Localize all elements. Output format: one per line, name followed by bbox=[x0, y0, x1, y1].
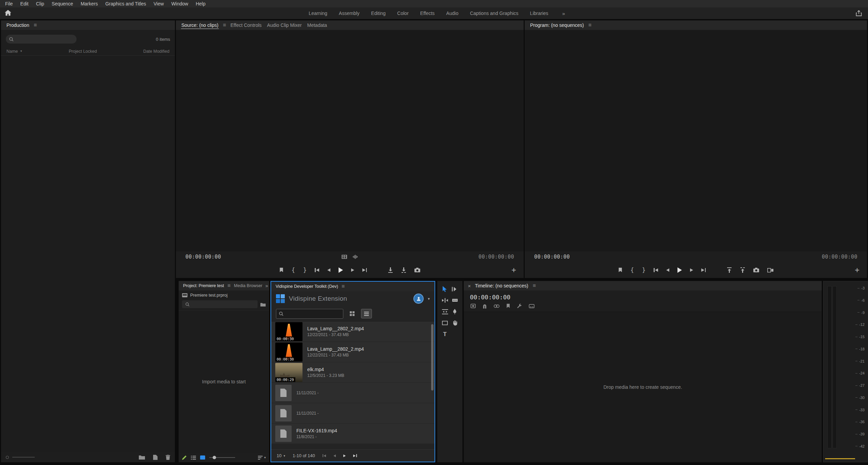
export-frame-icon[interactable] bbox=[753, 268, 759, 272]
sort-icons-icon[interactable]: ▾ bbox=[258, 456, 266, 460]
media-list-item[interactable]: 00:00:30 Lava_Lamp__2802_2.mp4 12/22/202… bbox=[271, 321, 435, 342]
extension-search[interactable] bbox=[276, 309, 343, 319]
panel-menu-icon[interactable]: ≡ bbox=[32, 22, 38, 28]
column-project-locked[interactable]: Project Locked bbox=[69, 49, 143, 54]
comparison-view-icon[interactable] bbox=[767, 268, 773, 272]
workspace-tab[interactable]: Captions and Graphics bbox=[464, 11, 524, 16]
button-editor-plus-icon[interactable]: + bbox=[855, 266, 859, 274]
media-list-item[interactable]: 00:00:29 elk.mp4 12/5/2021 - 3.23 MB bbox=[271, 362, 435, 383]
extension-search-input[interactable] bbox=[286, 311, 340, 317]
menu-item[interactable]: Graphics and Titles bbox=[101, 0, 150, 7]
prev-page-icon[interactable] bbox=[333, 454, 336, 457]
workspace-tab[interactable]: Effects bbox=[414, 11, 441, 16]
workspace-tab[interactable]: Editing bbox=[365, 11, 392, 16]
rectangle-tool-icon[interactable] bbox=[441, 319, 449, 327]
tab-source[interactable]: Source: (no clips) bbox=[179, 20, 221, 30]
play-icon[interactable] bbox=[339, 267, 343, 273]
export-frame-icon[interactable] bbox=[414, 268, 420, 272]
timeline-settings-wrench-icon[interactable] bbox=[517, 303, 522, 309]
mark-in-icon[interactable]: { bbox=[292, 267, 295, 273]
workspace-tab[interactable]: Assembly bbox=[333, 11, 365, 16]
production-search-input[interactable] bbox=[16, 36, 73, 42]
nest-sequence-icon[interactable] bbox=[471, 304, 476, 308]
menu-item[interactable]: Help bbox=[192, 0, 209, 7]
pen-tool-icon[interactable] bbox=[451, 308, 459, 316]
panel-overflow-chevron-icon[interactable]: » bbox=[264, 283, 269, 288]
tab-media-browser[interactable]: Media Browser bbox=[232, 281, 264, 290]
project-search[interactable] bbox=[182, 300, 258, 308]
razor-tool-icon[interactable] bbox=[451, 296, 459, 304]
menu-item[interactable]: Markers bbox=[77, 0, 102, 7]
play-icon[interactable] bbox=[677, 267, 682, 273]
menu-item[interactable]: Clip bbox=[32, 0, 48, 7]
zoom-out-icon[interactable] bbox=[6, 456, 9, 459]
step-back-icon[interactable] bbox=[666, 268, 669, 272]
workspace-tab[interactable]: Color bbox=[391, 11, 414, 16]
tab-program[interactable]: Program: (no sequences) bbox=[527, 20, 587, 30]
search-bin-icon[interactable] bbox=[260, 302, 266, 306]
step-forward-icon[interactable] bbox=[351, 268, 354, 272]
panel-menu-icon[interactable]: ≡ bbox=[340, 283, 346, 289]
icon-view-icon[interactable] bbox=[200, 455, 205, 460]
step-forward-icon[interactable] bbox=[690, 268, 693, 272]
monitor-tab[interactable]: Metadata bbox=[305, 20, 330, 30]
list-view-icon[interactable] bbox=[361, 309, 372, 318]
mark-out-icon[interactable]: } bbox=[642, 267, 645, 273]
production-search[interactable] bbox=[6, 35, 77, 44]
avatar-menu-caret-icon[interactable]: ▾ bbox=[428, 297, 430, 301]
slip-tool-icon[interactable] bbox=[441, 308, 449, 316]
panel-menu-icon[interactable]: ≡ bbox=[587, 22, 593, 28]
page-size-select[interactable]: 10 ▾ bbox=[277, 453, 285, 458]
tab-project[interactable]: Project: Premiere test bbox=[181, 281, 226, 290]
workspace-tab[interactable]: Learning bbox=[303, 11, 333, 16]
timeline-drop-area[interactable]: Drop media here to create sequence. bbox=[464, 312, 822, 462]
overwrite-icon[interactable] bbox=[401, 267, 406, 273]
add-marker-icon[interactable] bbox=[506, 304, 510, 308]
monitor-tab[interactable]: Audio Clip Mixer bbox=[264, 20, 305, 30]
workspace-overflow-chevron-icon[interactable]: » bbox=[562, 11, 565, 16]
lift-icon[interactable] bbox=[727, 267, 732, 273]
project-file-row[interactable]: Premiere test.prproj bbox=[179, 290, 269, 300]
snap-icon[interactable] bbox=[482, 303, 487, 309]
panel-menu-icon[interactable]: ≡ bbox=[221, 22, 228, 28]
tab-production[interactable]: Production bbox=[4, 20, 32, 30]
track-select-forward-tool-icon[interactable] bbox=[451, 285, 459, 293]
insert-icon[interactable] bbox=[388, 267, 393, 273]
media-list-item[interactable]: 00:00:30 Lava_Lamp__2802_2.mp4 12/22/202… bbox=[271, 342, 435, 362]
column-name[interactable]: Name▼ bbox=[6, 49, 69, 54]
new-item-icon[interactable] bbox=[153, 455, 158, 460]
menu-item[interactable]: Window bbox=[167, 0, 192, 7]
tab-timeline[interactable]: Timeline: (no sequences) bbox=[472, 281, 531, 290]
captions-icon[interactable] bbox=[529, 304, 535, 308]
thumbnail-zoom-slider[interactable] bbox=[209, 455, 235, 460]
panel-menu-icon[interactable]: ≡ bbox=[531, 283, 537, 289]
hand-tool-icon[interactable] bbox=[451, 319, 459, 327]
new-bin-icon[interactable] bbox=[139, 455, 145, 460]
home-icon[interactable] bbox=[5, 10, 11, 16]
user-avatar[interactable] bbox=[413, 294, 424, 304]
menu-item[interactable]: File bbox=[1, 0, 17, 7]
project-search-input[interactable] bbox=[192, 301, 253, 307]
project-writable-icon[interactable] bbox=[182, 455, 187, 460]
go-to-out-icon[interactable] bbox=[701, 268, 706, 272]
add-marker-icon[interactable] bbox=[618, 268, 622, 272]
close-panel-icon[interactable]: × bbox=[466, 283, 472, 289]
delete-icon[interactable] bbox=[166, 455, 170, 460]
workspace-tab[interactable]: Libraries bbox=[524, 11, 554, 16]
scrollbar-thumb[interactable] bbox=[431, 324, 433, 391]
menu-item[interactable]: Edit bbox=[17, 0, 32, 7]
go-to-in-icon[interactable] bbox=[315, 268, 319, 272]
list-view-icon[interactable] bbox=[191, 455, 196, 460]
workspace-tab[interactable]: Audio bbox=[440, 11, 464, 16]
column-date-modified[interactable]: Date Modified bbox=[143, 49, 169, 54]
next-page-icon[interactable] bbox=[343, 454, 346, 457]
selection-tool-icon[interactable] bbox=[441, 285, 449, 293]
monitor-tab[interactable]: Effect Controls bbox=[228, 20, 264, 30]
panel-menu-icon[interactable]: ≡ bbox=[226, 283, 232, 289]
drag-audio-icon[interactable] bbox=[353, 255, 358, 259]
media-list-item[interactable]: 11/11/2021 - bbox=[271, 403, 435, 424]
button-editor-plus-icon[interactable]: + bbox=[511, 266, 516, 274]
mark-in-icon[interactable]: { bbox=[630, 267, 634, 273]
media-list-item[interactable]: 11/11/2021 - bbox=[271, 383, 435, 403]
grid-view-icon[interactable] bbox=[347, 309, 358, 318]
